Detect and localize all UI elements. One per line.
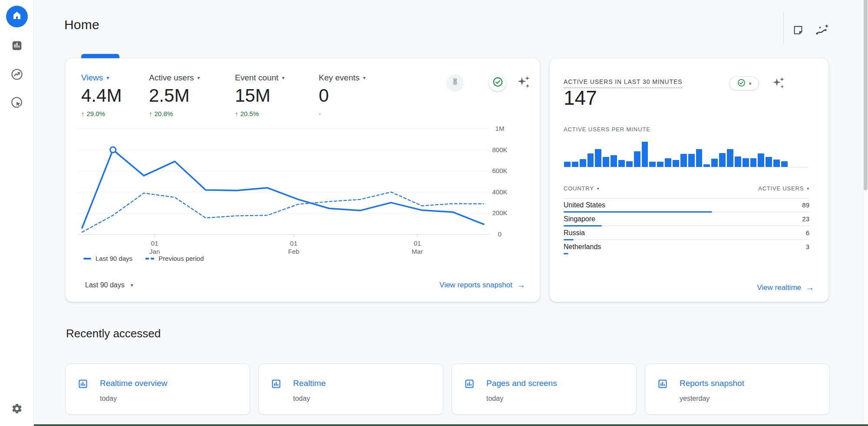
country-row: Netherlands3	[564, 243, 809, 254]
metric-value: 15M	[235, 85, 284, 106]
per-minute-bar	[781, 161, 788, 167]
table-header-divider	[564, 198, 809, 199]
per-minute-bar	[680, 154, 687, 167]
per-minute-bar	[564, 162, 571, 167]
sparkle-icon	[770, 84, 785, 92]
date-range-selector[interactable]: Last 90 days ▾	[85, 281, 133, 289]
per-minute-bar	[719, 153, 726, 167]
arrow-right-icon: →	[517, 280, 525, 290]
legend-label-current: Last 90 days	[96, 255, 132, 262]
ai-insights-button[interactable]	[770, 76, 785, 90]
svg-text:Jan: Jan	[149, 248, 160, 255]
recent-card-subtitle: yesterday	[680, 395, 710, 403]
recent-card-reports-snapshot[interactable]: Reports snapshot yesterday	[645, 363, 830, 415]
column-label: COUNTRY	[564, 185, 594, 192]
table-header: COUNTRY ▾ ACTIVE USERS ▾	[564, 185, 809, 192]
per-minute-bar	[711, 159, 718, 167]
sparkle-icon	[515, 84, 531, 91]
per-minute-bar	[618, 160, 625, 167]
data-quality-dropdown[interactable]: ▾	[729, 77, 759, 90]
country-name: United States	[564, 201, 605, 209]
page-title: Home	[64, 17, 99, 32]
benchmarking-badge-button[interactable]	[446, 74, 464, 92]
svg-text:800K: 800K	[492, 146, 507, 153]
country-row: Russia6	[564, 229, 809, 240]
sidebar-item-explore[interactable]	[10, 69, 23, 82]
per-minute-bar	[688, 154, 695, 167]
metric-delta-value: 20.5%	[241, 110, 259, 117]
metric-value: 4.4M	[81, 85, 122, 106]
check-circle-icon	[737, 78, 746, 89]
view-reports-snapshot-link[interactable]: View reports snapshot →	[439, 280, 525, 290]
chevron-down-icon: ▾	[131, 282, 133, 288]
legend-label-previous: Previous period	[158, 255, 204, 262]
medal-icon	[450, 77, 460, 89]
data-quality-button[interactable]	[489, 74, 506, 91]
view-realtime-link[interactable]: View realtime →	[757, 283, 814, 293]
per-minute-bar	[735, 156, 741, 167]
active-users-column-header[interactable]: ACTIVE USERS ▾	[758, 185, 809, 192]
chevron-down-icon: ▾	[597, 186, 600, 191]
sidebar-item-settings[interactable]	[11, 404, 23, 415]
metric-label: Views	[81, 73, 103, 83]
report-chart-icon	[78, 379, 88, 389]
per-minute-bar	[580, 159, 586, 167]
recent-card-subtitle: today	[293, 395, 310, 403]
country-column-header[interactable]: COUNTRY ▾	[564, 185, 599, 192]
ai-insights-button[interactable]	[515, 74, 531, 90]
recent-card-realtime[interactable]: Realtime today	[258, 363, 443, 415]
recent-card-realtime-overview[interactable]: Realtime overview today	[65, 363, 250, 415]
per-minute-bar	[634, 151, 640, 167]
views-trend-chart: 0200K400K600K800K1M01Jan01Feb01Mar	[78, 123, 529, 269]
up-arrow-icon: ↑	[81, 110, 85, 117]
arrow-right-icon: →	[805, 283, 814, 293]
metric-key-events-dropdown[interactable]: Key events ▾	[319, 73, 366, 83]
metric-event-count: Event count ▾ 15M ↑ 20.5%	[235, 73, 284, 117]
per-minute-bar	[750, 158, 757, 167]
chevron-down-icon: ▾	[807, 186, 809, 191]
chevron-down-icon: ▾	[363, 75, 366, 81]
active-tab-indicator	[81, 54, 119, 58]
ga-home-screen: Home Views ▾ 4.4M ↑ 29.0% Active users	[0, 0, 868, 426]
per-minute-bar	[595, 149, 601, 167]
chevron-down-icon: ▾	[106, 75, 109, 81]
sidebar-item-reports[interactable]	[11, 41, 23, 52]
bar-chart-baseline	[564, 167, 809, 167]
per-minute-bar-chart	[564, 142, 788, 167]
per-minute-bar	[665, 158, 671, 167]
svg-text:400K: 400K	[492, 188, 507, 196]
metric-delta-value: 20.8%	[155, 110, 173, 117]
per-minute-bar	[642, 142, 648, 167]
metric-views-dropdown[interactable]: Views ▾	[81, 73, 122, 83]
metric-value: 2.5M	[149, 85, 200, 106]
chevron-down-icon: ▾	[749, 81, 752, 87]
country-bar	[564, 211, 712, 213]
metric-active-users-dropdown[interactable]: Active users ▾	[149, 73, 200, 83]
per-minute-bar	[743, 158, 749, 167]
sidebar-item-home[interactable]	[6, 6, 28, 27]
per-minute-bar	[766, 157, 772, 167]
sidebar-item-advertising[interactable]	[10, 97, 23, 110]
metric-delta-value: -	[319, 110, 321, 117]
per-minute-bar	[773, 160, 780, 167]
country-name: Netherlands	[564, 243, 601, 251]
column-label: ACTIVE USERS	[758, 185, 804, 192]
realtime-country-table: COUNTRY ▾ ACTIVE USERS ▾ United States89…	[564, 185, 809, 254]
link-label: View reports snapshot	[439, 281, 512, 290]
insights-button[interactable]	[815, 23, 829, 37]
svg-text:01: 01	[414, 240, 421, 247]
scrollbar-thumb[interactable]	[864, 0, 868, 190]
metric-label: Event count	[235, 73, 278, 83]
svg-text:01: 01	[151, 240, 158, 247]
country-users: 23	[802, 215, 809, 223]
svg-text:1M: 1M	[495, 125, 505, 132]
notes-button[interactable]	[792, 24, 804, 37]
country-row: United States89	[564, 201, 809, 213]
advertising-icon	[10, 96, 23, 111]
metric-event-count-dropdown[interactable]: Event count ▾	[235, 73, 284, 83]
recently-accessed-row: Realtime overview today Realtime today P…	[65, 363, 830, 415]
recent-card-pages-and-screens[interactable]: Pages and screens today	[452, 363, 637, 415]
per-minute-bar	[649, 162, 656, 167]
check-circle-icon	[492, 76, 504, 90]
metric-delta: ↑ 20.5%	[235, 110, 284, 117]
